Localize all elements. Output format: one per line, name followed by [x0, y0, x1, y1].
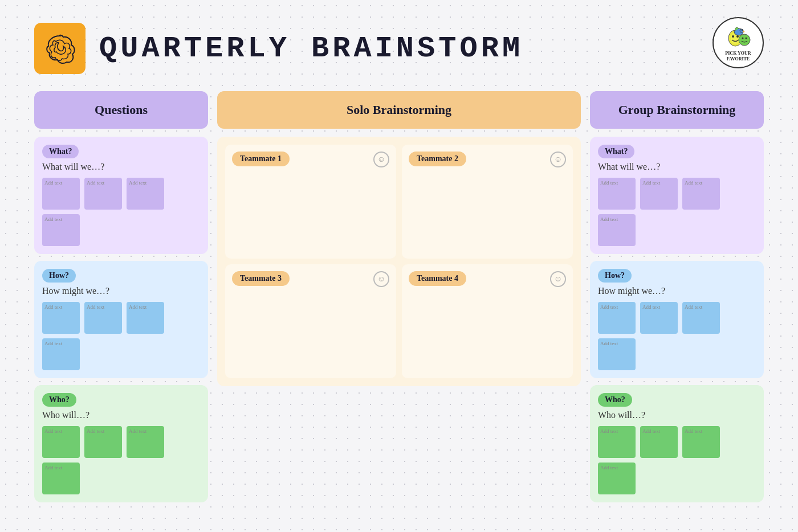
svg-point-4 [739, 34, 750, 46]
sticky-note[interactable]: Add text [598, 463, 636, 494]
svg-point-3 [736, 35, 739, 38]
questions-column: Questions What? What will we…? Add text … [34, 91, 208, 502]
sticky-note[interactable]: Add text [84, 302, 122, 334]
sticky-note[interactable]: Add text [598, 302, 636, 334]
sticky-note[interactable]: Add text [640, 302, 678, 334]
smiley-icon-4[interactable]: ☺ [550, 271, 566, 287]
solo-inner: Teammate 1 ☺ Teammate 2 ☺ Teammate 3 ☺ T… [217, 137, 581, 386]
logo-icon [42, 30, 79, 67]
question-section-who: Who? Who will…? Add text Add text Add te… [34, 385, 208, 502]
sticky-note[interactable]: Add text [42, 214, 80, 246]
sticky-note[interactable]: Add text [42, 178, 80, 210]
teammate-2-label: Teammate 2 [409, 152, 466, 166]
group-how-stickies: Add text Add text Add text Add text [598, 302, 756, 370]
solo-column: Solo Brainstorming Teammate 1 ☺ Teammate… [217, 91, 581, 502]
sticky-note[interactable]: Add text [84, 178, 122, 210]
question-section-how: How? How might we…? Add text Add text Ad… [34, 261, 208, 378]
group-section-who: Who? Who will…? Add text Add text Add te… [590, 385, 764, 502]
who-subtitle: Who will…? [42, 410, 200, 420]
main-grid: Questions What? What will we…? Add text … [34, 91, 764, 502]
solo-column-header: Solo Brainstorming [217, 91, 581, 129]
sticky-note[interactable]: Add text [598, 214, 636, 246]
sticky-note[interactable]: Add text [598, 178, 636, 210]
sticky-note[interactable]: Add text [598, 338, 636, 370]
group-how-subtitle: How might we…? [598, 286, 756, 296]
sticky-note[interactable]: Add text [682, 426, 720, 458]
tag-how: How? [42, 269, 76, 283]
teammate-4-label: Teammate 4 [409, 271, 466, 286]
page-title: QUARTERLY BRAINSTORM [99, 32, 523, 66]
svg-point-5 [742, 37, 743, 39]
group-tag-how: How? [598, 269, 632, 283]
questions-column-header: Questions [34, 91, 208, 129]
page-wrapper: QUARTERLY BRAINSTORM [0, 0, 798, 532]
group-who-stickies: Add text Add text Add text Add text [598, 426, 756, 494]
smiley-icon-2[interactable]: ☺ [550, 152, 566, 167]
tag-who: Who? [42, 393, 76, 407]
fruits-illustration [723, 24, 754, 50]
header: QUARTERLY BRAINSTORM [34, 23, 764, 74]
badge-text-line2: FAVORITE [727, 56, 750, 62]
what-stickies: Add text Add text Add text Add text [42, 178, 200, 246]
sticky-note[interactable]: Add text [42, 463, 80, 494]
smiley-icon-3[interactable]: ☺ [373, 271, 389, 287]
how-stickies: Add text Add text Add text Add text [42, 302, 200, 370]
sticky-note[interactable]: Add text [84, 426, 122, 458]
group-what-stickies: Add text Add text Add text Add text [598, 178, 756, 246]
teammate-1-label: Teammate 1 [232, 152, 290, 166]
sticky-note[interactable]: Add text [598, 426, 636, 458]
questions-list: What? What will we…? Add text Add text A… [34, 137, 208, 502]
sticky-note[interactable]: Add text [682, 302, 720, 334]
sticky-note[interactable]: Add text [682, 178, 720, 210]
group-what-subtitle: What will we…? [598, 162, 756, 172]
teammate-2-card[interactable]: Teammate 2 ☺ [402, 145, 573, 259]
tag-what: What? [42, 145, 79, 158]
sticky-note[interactable]: Add text [42, 426, 80, 458]
sticky-note[interactable]: Add text [42, 302, 80, 334]
group-tag-who: Who? [598, 393, 632, 407]
badge-text-line1: PICK YOUR [725, 51, 751, 56]
teammate-4-card[interactable]: Teammate 4 ☺ [402, 264, 573, 378]
group-list: What? What will we…? Add text Add text A… [590, 137, 764, 502]
group-tag-what: What? [598, 145, 634, 158]
how-subtitle: How might we…? [42, 286, 200, 296]
sticky-note[interactable]: Add text [640, 178, 678, 210]
teammate-3-label: Teammate 3 [232, 271, 290, 286]
smiley-icon-1[interactable]: ☺ [373, 152, 389, 167]
badge-circle: PICK YOUR FAVORITE [712, 17, 764, 68]
svg-point-8 [740, 29, 743, 32]
group-section-what: What? What will we…? Add text Add text A… [590, 137, 764, 254]
what-subtitle: What will we…? [42, 162, 200, 172]
teammate-3-card[interactable]: Teammate 3 ☺ [225, 264, 396, 378]
svg-point-2 [732, 35, 734, 38]
logo-box [34, 23, 85, 74]
group-column-header: Group Brainstorming [590, 91, 764, 129]
sticky-note[interactable]: Add text [127, 426, 164, 458]
sticky-note[interactable]: Add text [127, 302, 164, 334]
question-section-what: What? What will we…? Add text Add text A… [34, 137, 208, 254]
pick-favorite-badge: PICK YOUR FAVORITE [712, 17, 764, 68]
sticky-note[interactable]: Add text [42, 338, 80, 370]
group-column: Group Brainstorming What? What will we…?… [590, 91, 764, 502]
sticky-note[interactable]: Add text [640, 426, 678, 458]
sticky-note[interactable]: Add text [127, 178, 164, 210]
group-who-subtitle: Who will…? [598, 410, 756, 420]
svg-point-6 [745, 37, 747, 39]
teammate-1-card[interactable]: Teammate 1 ☺ [225, 145, 396, 259]
group-section-how: How? How might we…? Add text Add text Ad… [590, 261, 764, 378]
who-stickies: Add text Add text Add text Add text [42, 426, 200, 494]
svg-point-9 [742, 30, 743, 31]
